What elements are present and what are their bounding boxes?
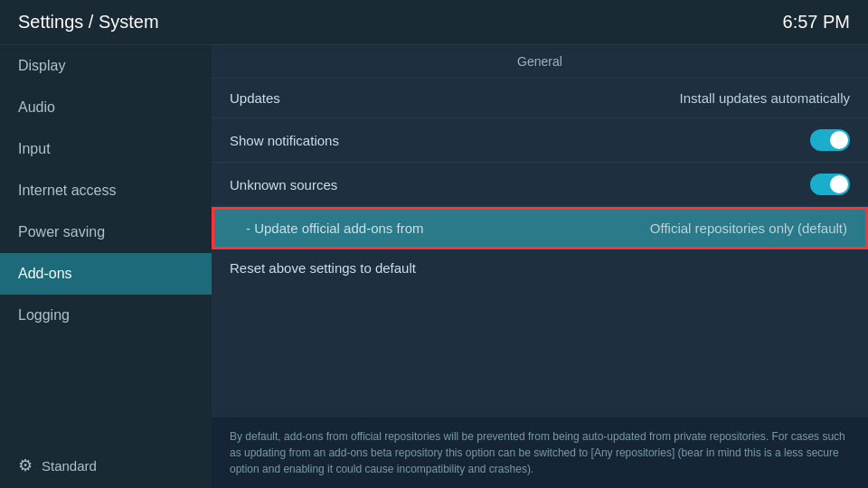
page-title: Settings / System <box>18 12 159 33</box>
sidebar-footer: ⚙ Standard <box>0 443 212 488</box>
sidebar-nav: Display Audio Input Internet access Powe… <box>0 45 212 336</box>
gear-icon: ⚙ <box>18 455 33 475</box>
sidebar-item-internet-access[interactable]: Internet access <box>0 170 212 211</box>
updates-label: Updates <box>230 90 280 106</box>
clock: 6:57 PM <box>783 12 850 33</box>
content-body: General Updates Install updates automati… <box>212 45 868 418</box>
content-footer: By default, add-ons from official reposi… <box>212 418 868 488</box>
update-official-addons-label: - Update official add-ons from <box>246 221 424 236</box>
section-header: General <box>212 45 868 79</box>
header: Settings / System 6:57 PM <box>0 0 868 45</box>
settings-row-updates[interactable]: Updates Install updates automatically <box>212 79 868 118</box>
sidebar-item-audio[interactable]: Audio <box>0 87 212 128</box>
update-official-addons-value: Official repositories only (default) <box>650 221 847 236</box>
sidebar-item-add-ons[interactable]: Add-ons <box>0 253 212 295</box>
settings-row-unknown-sources[interactable]: Unknown sources <box>212 163 868 207</box>
show-notifications-toggle[interactable] <box>810 129 850 151</box>
settings-row-update-official-addons[interactable]: - Update official add-ons from Official … <box>212 207 868 249</box>
sidebar-item-display[interactable]: Display <box>0 45 212 87</box>
settings-row-show-notifications[interactable]: Show notifications <box>212 118 868 163</box>
sidebar: Display Audio Input Internet access Powe… <box>0 45 212 488</box>
footer-text: By default, add-ons from official reposi… <box>230 430 845 475</box>
main-content: Display Audio Input Internet access Powe… <box>0 45 868 488</box>
unknown-sources-label: Unknown sources <box>230 177 337 192</box>
sidebar-item-logging[interactable]: Logging <box>0 295 212 336</box>
sidebar-footer-label: Standard <box>42 458 97 474</box>
content-area: General Updates Install updates automati… <box>212 45 868 488</box>
updates-value: Install updates automatically <box>680 90 850 106</box>
sidebar-item-input[interactable]: Input <box>0 128 212 170</box>
unknown-sources-toggle[interactable] <box>810 174 850 195</box>
reset-row[interactable]: Reset above settings to default <box>212 249 868 286</box>
reset-label: Reset above settings to default <box>230 260 416 276</box>
sidebar-item-power-saving[interactable]: Power saving <box>0 211 212 253</box>
show-notifications-label: Show notifications <box>230 133 339 148</box>
